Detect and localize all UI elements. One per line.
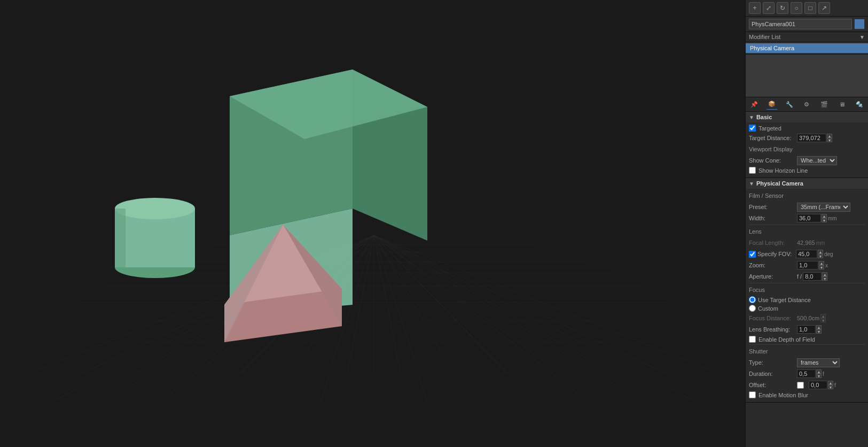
zoom-unit: x [825,263,828,268]
pin-icon[interactable]: 📌 [749,99,760,110]
focus-distance-down[interactable]: ▼ [820,318,826,322]
camera-name-input[interactable] [749,19,852,29]
fov-arrows: ▲ ▼ [818,250,823,258]
width-unit: mm [828,215,837,221]
modifier-list-row[interactable]: Modifier List ▼ [746,32,868,42]
specify-fov-row: Specify FOV: ▲ ▼ deg [749,249,865,259]
modifier-icon[interactable]: 🔧 [784,99,795,110]
aperture-label: Aperture: [749,273,797,280]
use-target-radio[interactable] [749,296,756,303]
rotate-button[interactable]: ↻ [777,2,788,14]
enable-motion-blur-label[interactable]: Enable Motion Blur [758,392,808,398]
aperture-spinner: ▲ ▼ [803,272,827,281]
rect-button[interactable]: □ [804,2,816,14]
fov-down[interactable]: ▼ [818,254,823,258]
custom-radio-row: Custom [749,305,865,312]
offset-input[interactable] [809,381,827,389]
enable-dof-checkbox[interactable] [749,336,756,343]
shutter-type-select[interactable]: frames seconds [797,358,840,367]
offset-down[interactable]: ▼ [828,385,833,389]
hierarchy-icon[interactable]: ⚙ [801,99,812,110]
basic-section: ▼ Basic Targeted Target Distance: ▲ ▼ [746,112,868,178]
aperture-arrows: ▲ ▼ [822,272,827,281]
focus-distance-up[interactable]: ▲ [820,314,826,318]
shutter-label-row: Shutter [749,346,865,356]
specify-fov-checkbox[interactable] [749,251,756,258]
circle-button[interactable]: ○ [791,2,802,14]
show-horizon-label[interactable]: Show Horizon Line [758,167,808,174]
focal-length-value: 42,965 [797,240,815,246]
enable-motion-blur-checkbox[interactable] [749,391,756,398]
enable-dof-row: Enable Depth of Field [749,336,865,343]
custom-radio[interactable] [749,305,756,312]
show-cone-row: Show Cone: Whe...ted Always Never [749,156,865,165]
move-button[interactable]: ⤢ [763,2,775,14]
targeted-checkbox[interactable] [749,125,756,132]
lens-breathing-up[interactable]: ▲ [816,325,822,329]
modifier-icon-row: 📌 📦 🔧 ⚙ 🎬 🖥 🔩 [746,97,868,112]
width-spinner: ▲ ▼ [797,214,827,222]
width-down[interactable]: ▼ [822,218,827,222]
utility-icon[interactable]: 🔩 [854,99,865,110]
viewport-display-row: Viewport Display [749,144,865,154]
offset-up[interactable]: ▲ [828,381,833,385]
duration-up[interactable]: ▲ [816,369,822,374]
aperture-down[interactable]: ▼ [822,276,827,281]
arrow-button[interactable]: ↗ [818,2,830,14]
duration-down[interactable]: ▼ [816,374,822,378]
zoom-input[interactable] [797,261,818,269]
lens-row: Lens [749,227,865,236]
preset-label: Preset: [749,204,797,210]
fov-up[interactable]: ▲ [818,250,823,254]
target-distance-up[interactable]: ▲ [827,134,832,138]
modifier-item-physical-camera[interactable]: Physical Camera [746,43,868,53]
lens-breathing-down[interactable]: ▼ [816,329,822,334]
right-panel: + ⤢ ↻ ○ □ ↗ Modifier List ▼ Physical Cam… [745,0,868,447]
duration-row: Duration: ▲ ▼ f [749,369,865,379]
show-cone-select[interactable]: Whe...ted Always Never [797,156,837,165]
physical-camera-header[interactable]: ▼ Physical Camera [746,178,868,189]
aperture-up[interactable]: ▲ [822,272,827,276]
targeted-label[interactable]: Targeted [758,125,781,132]
target-distance-down[interactable]: ▼ [827,138,832,142]
aperture-input[interactable] [803,272,822,281]
svg-point-42 [115,198,195,219]
preset-row: Preset: 35mm (...Frame) Custom [749,202,865,212]
fov-input[interactable] [796,250,817,258]
duration-label: Duration: [749,371,797,377]
object-icon[interactable]: 📦 [767,99,777,110]
offset-arrows: ▲ ▼ [828,381,833,389]
display-icon[interactable]: 🖥 [836,99,847,110]
focal-length-row: Focal Length: 42,965 mm [749,238,865,248]
offset-checkbox[interactable] [797,382,804,389]
basic-section-header[interactable]: ▼ Basic [746,112,868,122]
focus-distance-row: Focus Distance: 500,0cm ▲ ▼ [749,313,865,323]
target-distance-input[interactable] [797,134,826,142]
modifier-items-area [746,55,868,97]
duration-input[interactable] [797,369,816,378]
specify-fov-label[interactable]: Specify FOV: [757,251,796,257]
zoom-up[interactable]: ▲ [819,261,824,265]
physical-camera-section: ▼ Physical Camera Film / Sensor Preset: … [746,178,868,403]
show-horizon-checkbox[interactable] [749,167,756,174]
fov-spinner: ▲ ▼ [796,250,823,258]
width-input[interactable] [797,214,821,222]
custom-label[interactable]: Custom [758,305,778,312]
preset-select[interactable]: 35mm (...Frame) Custom [797,203,850,212]
enable-dof-label[interactable]: Enable Depth of Field [758,336,815,343]
use-target-label[interactable]: Use Target Distance [758,297,811,303]
add-button[interactable]: + [749,2,761,14]
focus-distance-label: Focus Distance: [749,315,797,321]
camera-color-button[interactable] [854,19,865,29]
zoom-down[interactable]: ▼ [819,265,824,269]
lens-breathing-arrows: ▲ ▼ [816,325,822,334]
width-up[interactable]: ▲ [822,214,827,218]
zoom-label: Zoom: [749,262,797,268]
lens-breathing-row: Lens Breathing: ▲ ▼ [749,325,865,334]
fov-unit: deg [824,251,833,257]
duration-unit: f [823,371,824,377]
lens-breathing-input[interactable] [797,325,816,334]
duration-spinner: ▲ ▼ [797,369,822,378]
targeted-checkbox-row: Targeted [749,125,865,132]
motion-icon[interactable]: 🎬 [819,99,830,110]
